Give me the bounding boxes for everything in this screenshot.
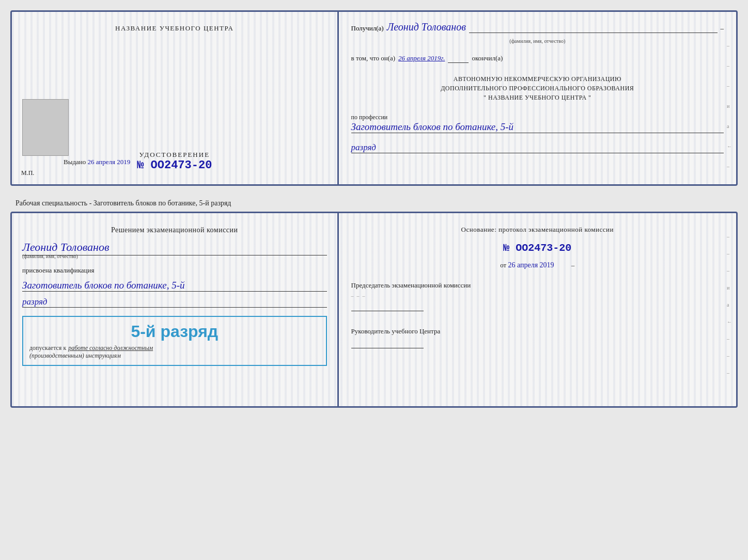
rank-value: разряд [351, 142, 724, 153]
cert-number: № OO2473-20 [137, 159, 212, 172]
org-line2: ДОПОЛНИТЕЛЬНОГО ПРОФЕССИОНАЛЬНОГО ОБРАЗО… [351, 84, 724, 93]
date-value: 26 апреля 2019г. [398, 54, 445, 62]
top-doc-left: НАЗВАНИЕ УЧЕБНОГО ЦЕНТРА УДОСТОВЕРЕНИЕ №… [12, 12, 337, 184]
stamp-permission-link: работе согласно должностным [68, 344, 153, 352]
top-doc-right: Получил(а) Леонид Толованов – (фамилия, … [339, 12, 736, 184]
director-label: Руководитель учебного Центра [351, 327, 724, 336]
bottom-doc-right: Основание: протокол экзаменационной коми… [339, 213, 736, 406]
stamp-rank: 5-й разряд [29, 322, 320, 341]
top-document: НАЗВАНИЕ УЧЕБНОГО ЦЕНТРА УДОСТОВЕРЕНИЕ №… [10, 10, 738, 186]
stamp-box: 5-й разряд допускается к работе согласно… [22, 316, 327, 366]
bottom-doc-left: Решением экзаменационной комиссии Леонид… [12, 213, 337, 406]
date-line: в том, что он(а) 26 апреля 2019г. окончи… [351, 54, 724, 63]
org-line3: " НАЗВАНИЕ УЧЕБНОГО ЦЕНТРА " [351, 93, 724, 102]
protocol-number: № OO2473-20 [351, 242, 724, 254]
bottom-rank: разряд [22, 297, 327, 308]
profession-label: по профессии [351, 114, 724, 121]
stamp-permission-prefix: допускается к [29, 344, 66, 352]
chairman-sig-line [351, 301, 424, 311]
date-from-value: 26 апреля 2019 [508, 261, 554, 269]
stamp-permission-suffix: (производственным) инструкциям [29, 352, 320, 360]
bottom-qualification: Заготовитель блоков по ботанике, 5-й [22, 280, 327, 292]
director-sig-line [351, 338, 424, 348]
profession-value: Заготовитель блоков по ботанике, 5-й [351, 121, 724, 133]
bottom-name-subtitle: (фамилия, имя, отчество) [22, 253, 78, 259]
chairman-label: Председатель экзаменационной комиссии [351, 281, 724, 290]
assigned-label: присвоена квалификация [22, 266, 327, 275]
bottom-document: Решением экзаменационной комиссии Леонид… [10, 212, 738, 408]
issued-line: Выдано 26 апреля 2019 [64, 158, 130, 166]
cert-title: УДОСТОВЕРЕНИЕ [137, 151, 212, 159]
date-from-prefix: от [500, 261, 506, 269]
photo-placeholder [22, 99, 69, 156]
date-from: от 26 апреля 2019 – [351, 261, 724, 269]
bottom-name: Леонид Толованов [22, 241, 110, 254]
mp-label: М.П. [21, 169, 34, 177]
recipient-name: Леонид Толованов [387, 21, 466, 33]
chairman-block: Председатель экзаменационной комиссии – … [351, 281, 724, 311]
date-prefix: в том, что он(а) [351, 54, 396, 62]
top-center-header: НАЗВАНИЕ УЧЕБНОГО ЦЕНТРА [115, 24, 233, 33]
date-suffix: окончил(а) [472, 54, 503, 62]
caption: Рабочая специальность - Заготовитель бло… [10, 195, 738, 212]
received-prefix: Получил(а) [351, 24, 384, 33]
issued-label: Выдано [64, 158, 86, 166]
name-subtitle: (фамилия, имя, отчество) [351, 38, 724, 44]
bottom-right-marks: –––иа←––– [727, 234, 732, 376]
director-block: Руководитель учебного Центра [351, 327, 724, 348]
basis-label: Основание: протокол экзаменационной коми… [351, 225, 724, 235]
decision-text: Решением экзаменационной комиссии [22, 225, 327, 235]
right-marks: –––иа←– [727, 43, 732, 169]
org-line1: АВТОНОМНУЮ НЕКОММЕРЧЕСКУЮ ОРГАНИЗАЦИЮ [351, 74, 724, 84]
issued-date: 26 апреля 2019 [88, 158, 131, 166]
